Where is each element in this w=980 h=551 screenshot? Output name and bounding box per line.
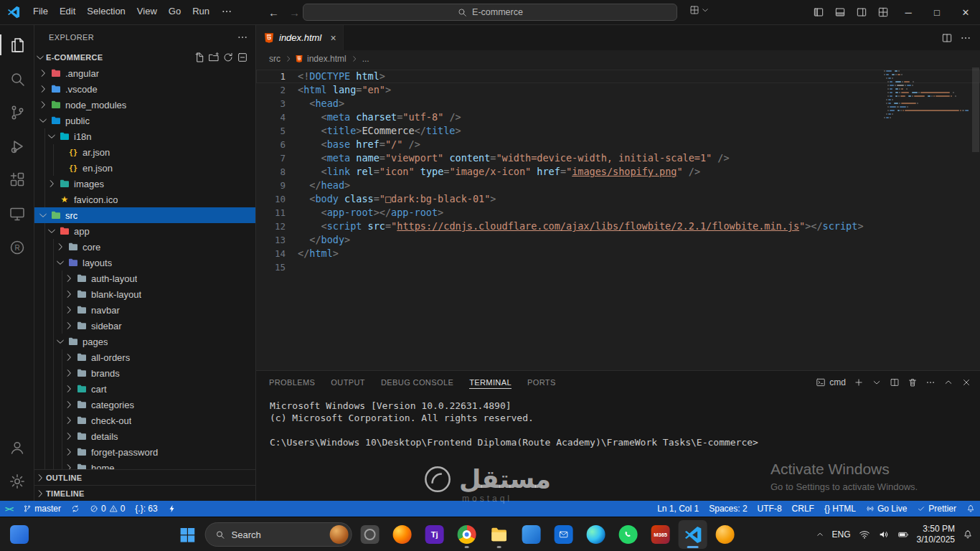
line-number[interactable]: 15 [256,260,298,274]
line-number[interactable]: 13 [256,233,298,247]
tree-item-images[interactable]: images [34,176,255,192]
status-notifications[interactable] [961,501,980,517]
menu-overflow-icon[interactable] [215,4,238,22]
toggle-layout-panel[interactable] [829,0,851,25]
line-number[interactable]: 10 [256,192,298,206]
activity-search[interactable] [0,62,34,95]
toggle-layout-sidebar[interactable] [808,0,829,25]
tree-item-details[interactable]: details [34,428,255,444]
taskbar-app-vscode[interactable] [679,520,707,549]
status-remote[interactable]: >< [0,501,18,517]
status-bolt[interactable] [163,501,182,517]
new-file-icon[interactable] [194,52,205,63]
menu-run[interactable]: Run [187,4,215,22]
tab-index-html[interactable]: index.html × [256,25,344,50]
tree-item-core[interactable]: core [34,239,255,255]
line-number[interactable]: 6 [256,138,298,151]
plus-icon[interactable] [854,377,864,387]
breadcrumb--[interactable]: ... [361,54,371,64]
status-sync[interactable] [66,501,85,517]
activity-explorer[interactable] [0,28,34,62]
panel-tab-debug-console[interactable]: DEBUG CONSOLE [381,371,453,393]
menu-edit[interactable]: Edit [54,4,81,22]
taskbar-app-file-explorer[interactable] [485,520,514,549]
explorer-more-icon[interactable] [237,32,248,43]
status-indentation[interactable]: Spaces: 2 [704,501,752,517]
panel-tab-terminal[interactable]: TERMINAL [469,371,512,393]
status-eol[interactable]: CRLF [787,501,819,517]
close-icon[interactable] [961,377,971,387]
taskbar-app-gold-app[interactable] [711,520,740,549]
tab-close-icon[interactable]: × [330,32,336,44]
tree-item-en-json[interactable]: {}en.json [34,160,255,176]
line-number[interactable]: 5 [256,124,298,138]
taskbar-app-office[interactable]: M365 [646,520,675,549]
breadcrumb-index-html[interactable]: index.html [306,54,348,64]
activity-settings[interactable] [0,464,34,498]
tree-item-node-modules[interactable]: node_modules [34,97,255,113]
line-number[interactable]: 7 [256,151,298,165]
new-folder-icon[interactable] [208,52,220,63]
command-center-more[interactable] [689,5,710,15]
refresh-icon[interactable] [222,52,234,63]
status-language-mode[interactable]: {} HTML [819,501,861,517]
collapse-all-icon[interactable] [237,52,248,63]
tree-item-pages[interactable]: pages [34,334,255,349]
taskbar-app-notes-app[interactable]: Tj [420,520,449,549]
line-number[interactable]: 2 [256,83,298,97]
tree-item-i18n[interactable]: i18n [34,128,255,144]
trash-icon[interactable] [908,377,918,387]
tree-item-app[interactable]: app [34,223,255,239]
toggle-layout-secondary[interactable] [851,0,872,25]
activity-r-extension[interactable]: R [0,230,34,264]
maximize-button[interactable]: □ [923,0,951,25]
line-number[interactable]: 12 [256,220,298,233]
tree-item--vscode[interactable]: .vscode [34,81,255,97]
line-number[interactable]: 11 [256,206,298,220]
status-go-live[interactable]: Go Live [861,501,912,517]
line-number[interactable]: 1 [256,70,298,83]
panel-tab-output[interactable]: OUTPUT [331,371,365,393]
activity-account[interactable] [0,430,34,464]
close-button[interactable]: ✕ [951,0,980,25]
code-editor[interactable]: 1<!DOCTYPE html>2<html lang="en">3 <head… [256,67,980,370]
status-prettier[interactable]: Prettier [912,501,961,517]
tree-item-src[interactable]: src [34,207,255,223]
section-outline[interactable]: OUTLINE [34,469,255,485]
split-icon[interactable] [941,32,953,44]
activity-source-control[interactable] [0,95,34,129]
status-encoding[interactable]: UTF-8 [753,501,787,517]
language-indicator[interactable]: ENG [832,529,851,540]
chevron-down-icon[interactable] [872,377,882,387]
shell-selector[interactable]: cmd [816,377,846,387]
tree-item-ar-json[interactable]: {}ar.json [34,144,255,160]
ellipsis-icon[interactable] [960,32,971,44]
tree-item-categories[interactable]: categories [34,397,255,413]
taskbar-app-camera-app[interactable] [356,520,385,549]
split-icon[interactable] [890,377,900,387]
terminal-output[interactable]: Microsoft Windows [Version 10.0.22631.48… [256,393,980,501]
minimap[interactable] [884,70,969,124]
status-problems[interactable]: 00 [85,501,130,517]
ellipsis-icon[interactable] [925,377,936,387]
line-number[interactable]: 14 [256,247,298,260]
status-counter[interactable]: {.}: 63 [130,501,162,517]
tree-item-forget-password[interactable]: forget-password [34,444,255,460]
menu-selection[interactable]: Selection [81,4,131,22]
taskbar-app-firefox[interactable] [388,520,417,549]
line-number[interactable]: 4 [256,110,298,124]
section-timeline[interactable]: TIMELINE [34,485,255,501]
menu-file[interactable]: File [27,4,54,22]
taskbar-app-whatsapp[interactable] [614,520,643,549]
wifi-icon[interactable] [859,529,870,540]
tree-item-navbar[interactable]: navbar [34,302,255,318]
tree-item-favicon-ico[interactable]: ★favicon.ico [34,192,255,207]
menu-view[interactable]: View [131,4,163,22]
taskbar-app-edge[interactable] [582,520,611,549]
tree-item-sidebar[interactable]: sidebar [34,318,255,334]
battery-icon[interactable] [897,529,909,540]
status-branch[interactable]: master [18,501,66,517]
project-root-header[interactable]: E-COMMERCE [34,50,255,65]
editor-scrollbar[interactable] [972,67,979,152]
activity-run-debug[interactable] [0,129,34,163]
